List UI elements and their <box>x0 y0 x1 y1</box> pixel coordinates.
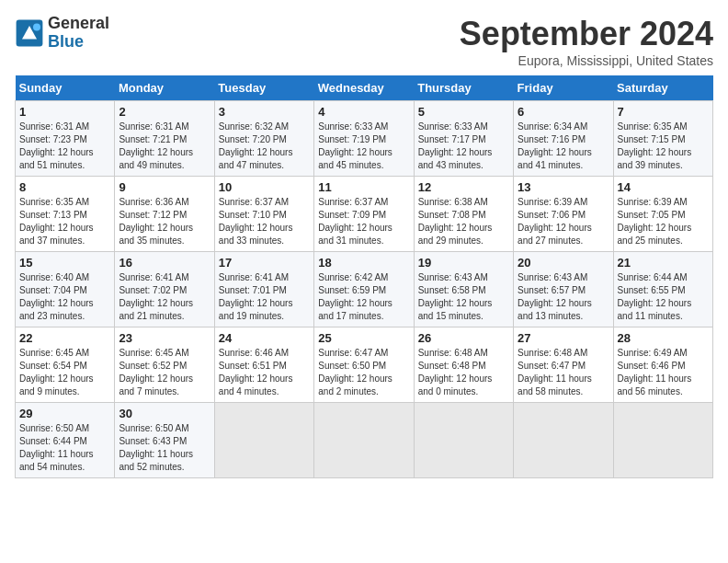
day-info: Sunrise: 6:31 AMSunset: 7:21 PMDaylight:… <box>119 121 210 172</box>
calendar-cell: 3Sunrise: 6:32 AMSunset: 7:20 PMDaylight… <box>214 101 313 177</box>
calendar-week-3: 15Sunrise: 6:40 AMSunset: 7:04 PMDayligh… <box>16 252 713 327</box>
day-info: Sunrise: 6:37 AMSunset: 7:09 PMDaylight:… <box>318 196 409 247</box>
title-block: September 2024 Eupora, Mississippi, Unit… <box>460 15 713 68</box>
calendar-week-1: 1Sunrise: 6:31 AMSunset: 7:23 PMDaylight… <box>16 101 713 177</box>
logo-line1: General <box>48 15 109 33</box>
day-number: 22 <box>19 331 110 345</box>
day-number: 29 <box>19 407 110 420</box>
day-info: Sunrise: 6:41 AMSunset: 7:01 PMDaylight:… <box>219 271 310 323</box>
day-number: 1 <box>19 105 110 119</box>
day-number: 21 <box>618 256 709 270</box>
day-info: Sunrise: 6:45 AMSunset: 6:52 PMDaylight:… <box>119 347 210 398</box>
day-info: Sunrise: 6:49 AMSunset: 6:46 PMDaylight:… <box>618 347 709 398</box>
day-info: Sunrise: 6:39 AMSunset: 7:06 PMDaylight:… <box>518 196 609 247</box>
day-number: 7 <box>618 105 709 119</box>
calendar-title: September 2024 <box>460 15 713 53</box>
day-number: 14 <box>618 180 709 194</box>
calendar-cell: 19Sunrise: 6:43 AMSunset: 6:58 PMDayligh… <box>414 252 513 327</box>
calendar-week-2: 8Sunrise: 6:35 AMSunset: 7:13 PMDaylight… <box>16 177 713 252</box>
day-number: 12 <box>418 180 509 194</box>
day-info: Sunrise: 6:34 AMSunset: 7:16 PMDaylight:… <box>518 121 609 172</box>
day-number: 3 <box>219 105 310 119</box>
day-info: Sunrise: 6:43 AMSunset: 6:57 PMDaylight:… <box>518 271 609 323</box>
calendar-cell: 5Sunrise: 6:33 AMSunset: 7:17 PMDaylight… <box>414 101 513 177</box>
calendar-cell: 15Sunrise: 6:40 AMSunset: 7:04 PMDayligh… <box>16 252 115 327</box>
calendar-cell: 24Sunrise: 6:46 AMSunset: 6:51 PMDayligh… <box>214 327 313 403</box>
calendar-cell <box>314 403 414 478</box>
day-number: 5 <box>418 105 509 119</box>
col-monday: Monday <box>115 75 214 101</box>
day-info: Sunrise: 6:50 AMSunset: 6:43 PMDaylight:… <box>119 422 210 474</box>
calendar-cell: 17Sunrise: 6:41 AMSunset: 7:01 PMDayligh… <box>214 252 313 327</box>
day-info: Sunrise: 6:42 AMSunset: 6:59 PMDaylight:… <box>318 271 409 323</box>
day-info: Sunrise: 6:31 AMSunset: 7:23 PMDaylight:… <box>19 121 110 172</box>
day-info: Sunrise: 6:37 AMSunset: 7:10 PMDaylight:… <box>219 196 310 247</box>
calendar-cell <box>514 403 613 478</box>
calendar-cell: 13Sunrise: 6:39 AMSunset: 7:06 PMDayligh… <box>514 177 613 252</box>
calendar-week-5: 29Sunrise: 6:50 AMSunset: 6:44 PMDayligh… <box>16 403 713 478</box>
day-number: 27 <box>518 331 609 345</box>
day-number: 24 <box>219 331 310 345</box>
calendar-cell: 4Sunrise: 6:33 AMSunset: 7:19 PMDaylight… <box>314 101 414 177</box>
calendar-cell: 6Sunrise: 6:34 AMSunset: 7:16 PMDaylight… <box>514 101 613 177</box>
calendar-cell: 18Sunrise: 6:42 AMSunset: 6:59 PMDayligh… <box>314 252 414 327</box>
calendar-table: Sunday Monday Tuesday Wednesday Thursday… <box>15 75 713 478</box>
header-row: Sunday Monday Tuesday Wednesday Thursday… <box>16 75 713 101</box>
col-tuesday: Tuesday <box>214 75 313 101</box>
day-number: 6 <box>518 105 609 119</box>
day-info: Sunrise: 6:32 AMSunset: 7:20 PMDaylight:… <box>219 121 310 172</box>
day-number: 10 <box>219 180 310 194</box>
day-info: Sunrise: 6:47 AMSunset: 6:50 PMDaylight:… <box>318 347 409 398</box>
day-number: 28 <box>618 331 709 345</box>
calendar-cell <box>613 403 712 478</box>
day-number: 30 <box>119 407 210 420</box>
day-number: 25 <box>318 331 409 345</box>
calendar-cell: 28Sunrise: 6:49 AMSunset: 6:46 PMDayligh… <box>613 327 712 403</box>
day-number: 4 <box>318 105 409 119</box>
col-saturday: Saturday <box>613 75 712 101</box>
logo-line2: Blue <box>48 33 109 52</box>
calendar-cell: 10Sunrise: 6:37 AMSunset: 7:10 PMDayligh… <box>214 177 313 252</box>
day-number: 8 <box>19 180 110 194</box>
calendar-cell: 23Sunrise: 6:45 AMSunset: 6:52 PMDayligh… <box>115 327 214 403</box>
day-number: 19 <box>418 256 509 270</box>
calendar-week-4: 22Sunrise: 6:45 AMSunset: 6:54 PMDayligh… <box>16 327 713 403</box>
day-number: 18 <box>318 256 409 270</box>
day-number: 20 <box>518 256 609 270</box>
calendar-subtitle: Eupora, Mississippi, United States <box>460 53 713 68</box>
calendar-cell: 12Sunrise: 6:38 AMSunset: 7:08 PMDayligh… <box>414 177 513 252</box>
day-number: 11 <box>318 180 409 194</box>
day-info: Sunrise: 6:35 AMSunset: 7:15 PMDaylight:… <box>618 121 709 172</box>
calendar-cell: 21Sunrise: 6:44 AMSunset: 6:55 PMDayligh… <box>613 252 712 327</box>
day-info: Sunrise: 6:40 AMSunset: 7:04 PMDaylight:… <box>19 271 110 323</box>
calendar-cell: 7Sunrise: 6:35 AMSunset: 7:15 PMDaylight… <box>613 101 712 177</box>
calendar-cell: 30Sunrise: 6:50 AMSunset: 6:43 PMDayligh… <box>115 403 214 478</box>
calendar-cell: 25Sunrise: 6:47 AMSunset: 6:50 PMDayligh… <box>314 327 414 403</box>
col-friday: Friday <box>514 75 613 101</box>
calendar-cell: 11Sunrise: 6:37 AMSunset: 7:09 PMDayligh… <box>314 177 414 252</box>
calendar-cell: 27Sunrise: 6:48 AMSunset: 6:47 PMDayligh… <box>514 327 613 403</box>
col-sunday: Sunday <box>16 75 115 101</box>
calendar-cell: 29Sunrise: 6:50 AMSunset: 6:44 PMDayligh… <box>16 403 115 478</box>
day-info: Sunrise: 6:35 AMSunset: 7:13 PMDaylight:… <box>19 196 110 247</box>
col-wednesday: Wednesday <box>314 75 414 101</box>
day-info: Sunrise: 6:48 AMSunset: 6:48 PMDaylight:… <box>418 347 509 398</box>
day-info: Sunrise: 6:50 AMSunset: 6:44 PMDaylight:… <box>19 422 110 474</box>
page-header: General Blue September 2024 Eupora, Miss… <box>15 15 713 68</box>
calendar-cell: 20Sunrise: 6:43 AMSunset: 6:57 PMDayligh… <box>514 252 613 327</box>
calendar-cell <box>214 403 313 478</box>
day-info: Sunrise: 6:46 AMSunset: 6:51 PMDaylight:… <box>219 347 310 398</box>
col-thursday: Thursday <box>414 75 513 101</box>
day-info: Sunrise: 6:41 AMSunset: 7:02 PMDaylight:… <box>119 271 210 323</box>
day-number: 2 <box>119 105 210 119</box>
calendar-cell: 2Sunrise: 6:31 AMSunset: 7:21 PMDaylight… <box>115 101 214 177</box>
day-info: Sunrise: 6:45 AMSunset: 6:54 PMDaylight:… <box>19 347 110 398</box>
day-number: 26 <box>418 331 509 345</box>
day-number: 16 <box>119 256 210 270</box>
calendar-cell: 26Sunrise: 6:48 AMSunset: 6:48 PMDayligh… <box>414 327 513 403</box>
day-info: Sunrise: 6:33 AMSunset: 7:19 PMDaylight:… <box>318 121 409 172</box>
day-info: Sunrise: 6:33 AMSunset: 7:17 PMDaylight:… <box>418 121 509 172</box>
calendar-cell: 1Sunrise: 6:31 AMSunset: 7:23 PMDaylight… <box>16 101 115 177</box>
logo: General Blue <box>15 15 109 52</box>
svg-point-2 <box>33 23 40 30</box>
